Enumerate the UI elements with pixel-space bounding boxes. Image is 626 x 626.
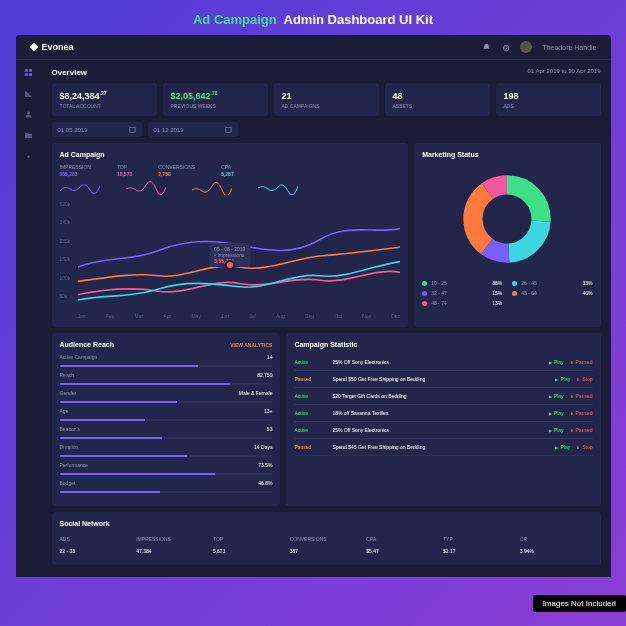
- campaign-row: PausedSpend $50 Get Free Shipping on Bed…: [294, 371, 592, 388]
- play-button[interactable]: Play: [549, 410, 564, 416]
- chart-metric: CPA5,287: [221, 164, 234, 177]
- audience-panel: Audience Reach VIEW ANALYTICS Active Cam…: [52, 333, 281, 506]
- svg-rect-3: [29, 73, 32, 76]
- user-name[interactable]: Theodore Handle: [542, 44, 596, 51]
- settings-icon[interactable]: [24, 152, 33, 161]
- chart-metric: TOP18,570: [117, 164, 132, 177]
- folder-icon[interactable]: [24, 131, 33, 140]
- topbar: Evonea Theodore Handle: [16, 35, 611, 60]
- sidebar: [16, 60, 42, 577]
- campaign-row: Active18% off Savanna TextilesPlayPaused: [294, 405, 592, 422]
- audience-row: Reach82,750: [60, 372, 273, 385]
- stop-button[interactable]: Stop: [576, 444, 592, 450]
- svg-rect-6: [129, 127, 134, 132]
- stop-button[interactable]: Paused: [570, 393, 593, 399]
- chart-icon[interactable]: [24, 89, 33, 98]
- chart-metric: IMPRESSION985,283: [60, 164, 91, 177]
- stop-button[interactable]: Paused: [570, 427, 593, 433]
- stop-button[interactable]: Paused: [570, 410, 593, 416]
- date-to[interactable]: 01.12.2019: [148, 122, 238, 137]
- legend-item: 26 - 4533%: [512, 280, 592, 286]
- legend-item: 10 - 2538%: [422, 280, 502, 286]
- campaign-panel: Campaign Statistic Active25% Off Sony El…: [286, 333, 600, 506]
- legend-item: 48 - 7413%: [422, 300, 502, 306]
- stat-card[interactable]: $8,24,384.27TOTAL ACCOUNT: [52, 83, 157, 116]
- svg-rect-1: [29, 69, 32, 72]
- calendar-icon: [225, 126, 232, 133]
- legend-item: 45 - 6446%: [512, 290, 592, 296]
- notification-icon[interactable]: [482, 43, 491, 52]
- banner-title: Ad Campaign Admin Dashboard UI Kit: [0, 0, 626, 35]
- play-button[interactable]: Play: [555, 376, 570, 382]
- social-panel: Social Network ADSIMPRESSIONSTOPCONVERSI…: [52, 512, 601, 565]
- audience-row: Performance73.5%: [60, 462, 273, 475]
- panel-title: Marketing Status: [422, 151, 592, 158]
- campaign-row: Active25% Off Sony ElectronicsPlayPaused: [294, 422, 592, 439]
- overview-title: Overview: [52, 68, 88, 77]
- campaign-row: Active25% Off Sony ElectronicsPlayPaused: [294, 354, 592, 371]
- line-chart[interactable]: 520k340k235k180k100k50k 05 - 08 - 2019 •…: [60, 201, 401, 311]
- audience-row: GenderMale & Female: [60, 390, 273, 403]
- stat-cards: $8,24,384.27TOTAL ACCOUNT$2,05,642.78PRE…: [52, 83, 601, 116]
- stop-button[interactable]: Paused: [570, 359, 593, 365]
- svg-rect-2: [25, 73, 28, 76]
- calendar-icon: [129, 126, 136, 133]
- images-not-included-badge: Images Not Included: [533, 595, 626, 612]
- audience-row: Duration14 Days: [60, 444, 273, 457]
- play-button[interactable]: Play: [549, 427, 564, 433]
- topbar-right: Theodore Handle: [482, 41, 596, 53]
- panel-title: Campaign Statistic: [294, 341, 592, 348]
- svg-point-4: [27, 112, 30, 115]
- users-icon[interactable]: [24, 110, 33, 119]
- date-range[interactable]: 01 Apr 2019 to 30 Apr 2019: [527, 68, 600, 74]
- dashboard-icon[interactable]: [24, 68, 33, 77]
- marketing-panel: Marketing Status 10 - 2538%26 - 4533%32 …: [414, 143, 600, 327]
- audience-row: Age13+: [60, 408, 273, 421]
- audience-row: Active Campaign14: [60, 354, 273, 367]
- chart-marker: [225, 260, 235, 270]
- view-analytics-link[interactable]: VIEW ANALYTICS: [230, 342, 272, 348]
- panel-title: Ad Campaign: [60, 151, 401, 158]
- audience-row: Beacon's53: [60, 426, 273, 439]
- svg-point-5: [27, 155, 29, 157]
- stop-button[interactable]: Stop: [576, 376, 592, 382]
- stat-card[interactable]: $2,05,642.78PREVIOUS WEEKS: [163, 83, 268, 116]
- svg-rect-7: [225, 127, 230, 132]
- avatar[interactable]: [520, 41, 532, 53]
- ad-campaign-panel: Ad Campaign IMPRESSION985,283TOP18,570CO…: [52, 143, 409, 327]
- app-window: Evonea Theodore Handle Overview 01 Apr 2…: [16, 35, 611, 577]
- play-button[interactable]: Play: [549, 393, 564, 399]
- play-button[interactable]: Play: [555, 444, 570, 450]
- svg-rect-0: [25, 69, 28, 72]
- stat-card[interactable]: 198ADS: [496, 83, 601, 116]
- main-content: Overview 01 Apr 2019 to 30 Apr 2019 $8,2…: [42, 60, 611, 577]
- stat-card[interactable]: 48ASSETS: [385, 83, 490, 116]
- panel-title: Social Network: [60, 520, 593, 527]
- table-row: 22 - 3347,3845,671387$5.47$2.173.94%: [60, 545, 593, 557]
- chart-metric: CONVERSIONS2,758: [158, 164, 195, 177]
- stat-card[interactable]: 21AD CAMPAIGNS: [274, 83, 379, 116]
- play-button[interactable]: Play: [549, 359, 564, 365]
- date-from[interactable]: 01.05.2019: [52, 122, 142, 137]
- campaign-row: PausedSpend $45 Get Free Shipping on Bed…: [294, 439, 592, 456]
- brand-logo[interactable]: Evonea: [30, 42, 74, 52]
- panel-title: Audience Reach: [60, 341, 114, 348]
- gear-icon[interactable]: [501, 43, 510, 52]
- audience-row: Budget46.8%: [60, 480, 273, 493]
- donut-chart[interactable]: [422, 164, 592, 274]
- campaign-row: Active$20 Target Gift Cards on BeddingPl…: [294, 388, 592, 405]
- legend-item: 32 - 4715%: [422, 290, 502, 296]
